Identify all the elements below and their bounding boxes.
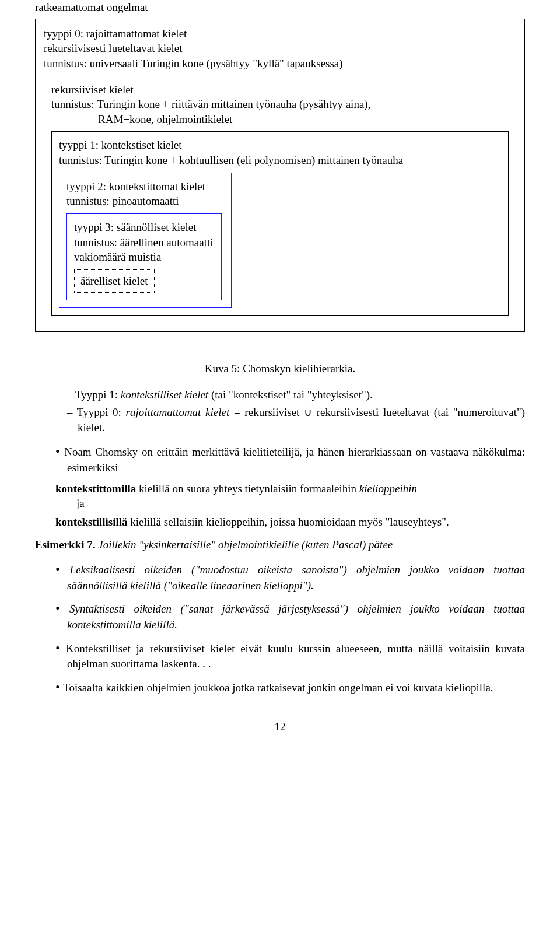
definition-list: kontekstittomilla kielillä on suora yhte…: [67, 481, 525, 530]
example-bullets: Leksikaalisesti oikeiden ("muodostuu oik…: [35, 561, 525, 696]
tyyppi-3-box: tyyppi 3: säännölliset kielet tunnistus:…: [66, 214, 222, 300]
page-number: 12: [35, 719, 525, 734]
aarelliset-label: äärelliset kielet: [80, 275, 148, 287]
rekursiiviset-box: rekursiiviset kielet tunnistus: Turingin…: [44, 76, 516, 323]
ex-bullet-2: Syntaktisesti oikeiden ("sanat järkeväss…: [55, 600, 525, 632]
def-kontekstillisilla: kontekstillisillä kielillä sellaisiin ki…: [67, 514, 525, 530]
rekursiiviset-line2: tunnistus: Turingin kone + riittävän mit…: [51, 97, 509, 112]
figure-caption: Kuva 5: Chomskyn kielihierarkia.: [35, 361, 525, 376]
tyyppi-3-line2: tunnistus: äärellinen automaatti: [74, 235, 214, 250]
page: ratkeamattomat ongelmat tyyppi 0: rajoit…: [0, 0, 560, 757]
example-7: Esimerkki 7. Joillekin "yksinkertaisille…: [35, 537, 525, 552]
tyyppi-2-title: tyyppi 2: kontekstittomat kielet: [66, 179, 224, 194]
ratkeamattomat-label: ratkeamattomat ongelmat: [35, 0, 525, 15]
hierarchy-diagram: ratkeamattomat ongelmat tyyppi 0: rajoit…: [35, 0, 525, 332]
tyyppi-2-box: tyyppi 2: kontekstittomat kielet tunnist…: [59, 173, 232, 308]
tyyppi-0-line2: rekursiivisesti lueteltavat kielet: [44, 41, 516, 56]
dash-item-2: Tyyppi 0: rajoittamattomat kielet = reku…: [67, 405, 525, 435]
tyyppi-1-box: tyyppi 1: kontekstiset kielet tunnistus:…: [51, 131, 509, 315]
ex-bullet-4: Toisaalta kaikkien ohjelmien joukkoa jot…: [55, 678, 525, 696]
def-kontekstittomilla: kontekstittomilla kielillä on suora yhte…: [67, 481, 525, 511]
bullet-chomsky: Noam Chomsky on erittäin merkittävä kiel…: [55, 443, 525, 529]
bullet-chomsky-list: Noam Chomsky on erittäin merkittävä kiel…: [35, 443, 525, 529]
tyyppi-1-line2: tunnistus: Turingin kone + kohtuullisen …: [59, 153, 501, 168]
dash-list: Tyyppi 1: kontekstilliset kielet (tai "k…: [35, 387, 525, 435]
dash-item-1: Tyyppi 1: kontekstilliset kielet (tai "k…: [67, 387, 525, 402]
tyyppi-0-box: tyyppi 0: rajoittamattomat kielet rekurs…: [35, 19, 525, 332]
tyyppi-1-title: tyyppi 1: kontekstiset kielet: [59, 138, 501, 153]
tyyppi-0-line3: tunnistus: universaali Turingin kone (py…: [44, 56, 516, 71]
tyyppi-0-title: tyyppi 0: rajoittamattomat kielet: [44, 26, 516, 41]
rekursiiviset-title: rekursiiviset kielet: [51, 82, 509, 97]
aarelliset-box: äärelliset kielet: [74, 270, 155, 293]
rekursiiviset-line3: RAM−kone, ohjelmointikielet: [51, 112, 509, 127]
tyyppi-2-line2: tunnistus: pinoautomaatti: [66, 194, 224, 209]
tyyppi-3-line3: vakiomäärä muistia: [74, 250, 214, 265]
ex-bullet-3: Kontekstilliset ja rekursiiviset kielet …: [55, 639, 525, 671]
ex-bullet-1: Leksikaalisesti oikeiden ("muodostuu oik…: [55, 561, 525, 593]
tyyppi-3-title: tyyppi 3: säännölliset kielet: [74, 220, 214, 235]
